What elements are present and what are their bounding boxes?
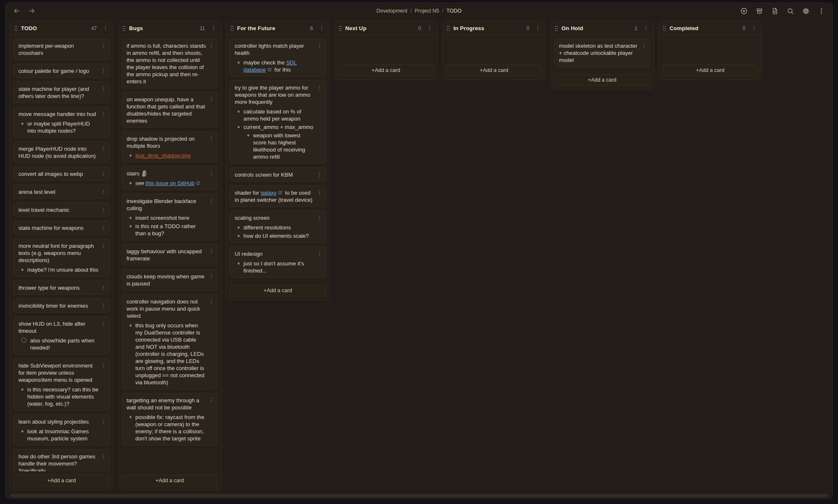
add-card-button[interactable]: +Add a card bbox=[446, 64, 542, 76]
drag-handle-icon[interactable] bbox=[122, 26, 126, 31]
drag-handle-icon[interactable] bbox=[447, 26, 450, 31]
card[interactable]: ⋮laggy behaviour with uncapped framerate bbox=[122, 244, 218, 266]
card[interactable]: ⋮merge PlayerHUD node into HUD node (to … bbox=[13, 141, 110, 163]
card-menu-button[interactable]: ⋮ bbox=[317, 84, 322, 91]
drag-handle-icon[interactable] bbox=[230, 26, 234, 31]
card-menu-button[interactable]: ⋮ bbox=[209, 298, 214, 305]
card[interactable]: ⋮learn about styling projectileslook at … bbox=[13, 414, 110, 446]
card[interactable]: ⋮targetting an enemy through a wall shou… bbox=[122, 393, 218, 446]
search-icon[interactable] bbox=[786, 7, 795, 15]
card-menu-button[interactable]: ⋮ bbox=[317, 171, 322, 178]
card-menu-button[interactable]: ⋮ bbox=[317, 250, 322, 257]
card-menu-button[interactable]: ⋮ bbox=[101, 302, 106, 309]
column-menu-button[interactable]: ⋮ bbox=[750, 25, 758, 31]
link[interactable]: galaxy bbox=[261, 190, 277, 196]
card-menu-button[interactable]: ⋮ bbox=[101, 320, 106, 327]
column-menu-button[interactable]: ⋮ bbox=[642, 25, 649, 31]
card-menu-button[interactable]: ⋮ bbox=[101, 110, 106, 117]
card[interactable]: ⋮more neutral font for paragraph texts (… bbox=[13, 239, 110, 277]
drag-handle-icon[interactable] bbox=[14, 26, 18, 31]
card[interactable]: ⋮controller navigation does not work in … bbox=[122, 294, 218, 390]
column-menu-button[interactable]: ⋮ bbox=[210, 25, 217, 31]
card[interactable]: ⋮how do other 3rd person games handle th… bbox=[13, 449, 110, 471]
horizontal-scrollbar[interactable] bbox=[10, 494, 828, 497]
card-menu-button[interactable]: ⋮ bbox=[209, 197, 214, 204]
add-card-button[interactable]: +Add a card bbox=[122, 475, 218, 486]
breadcrumb-item-development[interactable]: Development bbox=[377, 8, 408, 14]
card-menu-button[interactable]: ⋮ bbox=[317, 214, 322, 221]
card[interactable]: ⋮controller lights match player healthma… bbox=[230, 39, 326, 77]
card[interactable]: ⋮drop shadow is projected on multiple fl… bbox=[122, 131, 218, 163]
card[interactable]: ⋮arena test level bbox=[13, 185, 110, 199]
card[interactable]: ⋮shader for galaxy to be used in planet … bbox=[230, 185, 326, 207]
card-menu-button[interactable]: ⋮ bbox=[209, 170, 214, 177]
card-menu-button[interactable]: ⋮ bbox=[101, 206, 106, 213]
card-menu-button[interactable]: ⋮ bbox=[641, 42, 647, 49]
card[interactable]: ⋮controls screen for KBM bbox=[230, 167, 326, 182]
card-menu-button[interactable]: ⋮ bbox=[101, 188, 106, 195]
archive-icon[interactable] bbox=[755, 7, 764, 15]
card[interactable]: ⋮on weapon unequip, have a function that… bbox=[122, 92, 218, 128]
card-menu-button[interactable]: ⋮ bbox=[101, 418, 106, 425]
card[interactable]: ⋮scaling screendifferent resolutionshow … bbox=[230, 211, 326, 243]
card[interactable]: ⋮investigate Blender backface cullingins… bbox=[122, 194, 218, 241]
card[interactable]: ⋮stairs 🗿see this issue on GitHub bbox=[122, 166, 218, 190]
card-menu-button[interactable]: ⋮ bbox=[209, 273, 214, 280]
column-menu-button[interactable]: ⋮ bbox=[426, 25, 433, 31]
card[interactable]: ⋮implement per-weapon crosshairs bbox=[13, 39, 110, 60]
back-button[interactable] bbox=[12, 6, 21, 15]
document-icon[interactable] bbox=[771, 7, 779, 15]
card[interactable]: ⋮show HUD on L3, hide after timeoutalso … bbox=[13, 316, 110, 355]
add-card-button[interactable]: +Add a card bbox=[554, 74, 650, 86]
card-menu-button[interactable]: ⋮ bbox=[101, 85, 106, 92]
card-menu-button[interactable]: ⋮ bbox=[101, 362, 106, 369]
card-menu-button[interactable]: ⋮ bbox=[101, 42, 106, 49]
card[interactable]: ⋮if ammo is full, characters stands in a… bbox=[122, 39, 218, 89]
card[interactable]: ⋮state machine for player (and others la… bbox=[13, 82, 110, 103]
card[interactable]: ⋮model skeleton as test character + chea… bbox=[554, 39, 650, 67]
card[interactable]: ⋮hide SubViewport environment for item p… bbox=[13, 358, 110, 411]
card-menu-button[interactable]: ⋮ bbox=[209, 396, 214, 404]
card[interactable]: ⋮state machine for weapons bbox=[13, 221, 110, 235]
drag-handle-icon[interactable] bbox=[555, 26, 558, 31]
card-menu-button[interactable]: ⋮ bbox=[209, 135, 214, 142]
link[interactable]: this issue on GitHub bbox=[146, 180, 194, 186]
card-menu-button[interactable]: ⋮ bbox=[209, 95, 214, 103]
column-menu-button[interactable]: ⋮ bbox=[534, 25, 541, 31]
card-menu-button[interactable]: ⋮ bbox=[101, 242, 106, 249]
card-menu-button[interactable]: ⋮ bbox=[101, 67, 106, 74]
card-menu-button[interactable]: ⋮ bbox=[317, 189, 322, 196]
column-menu-button[interactable]: ⋮ bbox=[318, 25, 325, 31]
add-card-button[interactable]: +Add a card bbox=[662, 64, 758, 76]
card[interactable]: ⋮convert all images to webp bbox=[13, 167, 110, 181]
card-menu-button[interactable]: ⋮ bbox=[101, 145, 106, 152]
card-menu-button[interactable]: ⋮ bbox=[317, 42, 322, 49]
drag-handle-icon[interactable] bbox=[339, 26, 342, 31]
circle-checkbox[interactable] bbox=[21, 338, 26, 343]
add-card-button[interactable]: +Add a card bbox=[230, 285, 326, 296]
card-menu-button[interactable]: ⋮ bbox=[209, 42, 214, 49]
add-card-button[interactable]: +Add a card bbox=[13, 475, 110, 486]
drag-handle-icon[interactable] bbox=[663, 26, 666, 31]
settings-gear-icon[interactable] bbox=[802, 7, 810, 15]
card[interactable]: ⋮thrower type for weapons bbox=[13, 280, 110, 295]
card-menu-button[interactable]: ⋮ bbox=[209, 247, 214, 255]
card[interactable]: ⋮level travel mechanic bbox=[13, 203, 110, 217]
card-menu-button[interactable]: ⋮ bbox=[101, 284, 106, 291]
forward-button[interactable] bbox=[27, 6, 36, 15]
card[interactable]: ⋮colour palette for game / logo bbox=[13, 64, 110, 78]
new-card-icon[interactable] bbox=[740, 7, 748, 15]
link[interactable]: bug_drop_shadow.png bbox=[135, 152, 191, 159]
column-menu-button[interactable]: ⋮ bbox=[102, 25, 109, 31]
add-card-button[interactable]: +Add a card bbox=[338, 64, 434, 76]
breadcrumb-item-project[interactable]: Project N5 bbox=[415, 8, 439, 14]
more-options-icon[interactable] bbox=[817, 7, 826, 15]
card[interactable]: ⋮UI redesignjust so I don't assume it's … bbox=[230, 247, 326, 278]
card-menu-button[interactable]: ⋮ bbox=[101, 170, 106, 177]
card[interactable]: ⋮clouds keep moving when game is paused bbox=[122, 269, 218, 291]
card-menu-button[interactable]: ⋮ bbox=[101, 224, 106, 231]
card-menu-button[interactable]: ⋮ bbox=[101, 453, 106, 460]
card[interactable]: ⋮move message handler into hudor maybe s… bbox=[13, 107, 110, 138]
card[interactable]: ⋮invincibility timer for enemies bbox=[13, 298, 110, 313]
card[interactable]: ⋮try to give the player ammo for weapons… bbox=[230, 80, 326, 164]
